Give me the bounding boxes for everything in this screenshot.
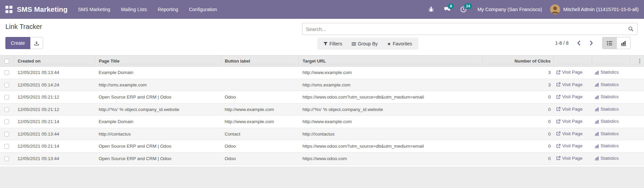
column-header-created-on[interactable]: Created on — [13, 55, 95, 67]
external-link-icon — [556, 107, 561, 111]
main-menu: SMS Marketing Mailing Lists Reporting Co… — [78, 7, 217, 12]
company-switcher[interactable]: My Company (San Francisco) — [477, 7, 542, 12]
cell-number-of-clicks: 0 — [482, 91, 553, 104]
row-checkbox[interactable] — [4, 132, 9, 137]
cell-page-title: http:///contactus — [95, 128, 221, 140]
avatar[interactable] — [550, 4, 560, 14]
column-header-visit-page — [553, 55, 592, 67]
column-header-button-label[interactable]: Button label — [221, 55, 298, 67]
cell-visit-page: Visit Page — [553, 67, 592, 79]
search-input[interactable] — [302, 23, 638, 35]
visit-page-link[interactable]: Visit Page — [556, 82, 583, 87]
row-checkbox[interactable] — [4, 119, 9, 124]
app-brand-title[interactable]: SMS Marketing — [17, 5, 68, 13]
statistics-link[interactable]: Statistics — [594, 131, 619, 136]
export-button[interactable] — [30, 37, 43, 49]
menu-mailing-lists[interactable]: Mailing Lists — [121, 7, 147, 12]
row-checkbox-cell — [0, 79, 13, 91]
visit-page-link[interactable]: Visit Page — [556, 131, 583, 136]
cell-target-url: http://www.example.com — [298, 116, 482, 128]
statistics-link[interactable]: Statistics — [594, 143, 619, 148]
cell-page-title: Open Source ERP and CRM | Odoo — [95, 152, 221, 165]
cell-created-on: 12/05/2021 05:13:44 — [13, 128, 95, 140]
column-header-number-of-clicks[interactable]: Number of Clicks — [482, 55, 553, 67]
statistics-link[interactable]: Statistics — [594, 70, 619, 75]
visit-page-link[interactable]: Visit Page — [556, 119, 583, 124]
cell-page-title: http://'%s' % object.company_id.website — [95, 103, 221, 116]
table-row[interactable]: 12/05/2021 05:21:14 Example Domain http:… — [0, 116, 644, 128]
group-by-bars-icon — [352, 42, 356, 46]
pager-range[interactable]: 1-8 / 8 — [555, 40, 569, 46]
menu-sms-marketing[interactable]: SMS Marketing — [78, 7, 110, 12]
row-checkbox[interactable] — [4, 144, 9, 149]
select-all-checkbox-cell — [0, 55, 13, 67]
favorites-button[interactable]: ★ Favorites — [387, 41, 412, 46]
menu-reporting[interactable]: Reporting — [158, 7, 178, 12]
column-header-target-url[interactable]: Target URL — [298, 55, 482, 67]
table-row[interactable]: 12/05/2021 05:13:44 http:///contactus Co… — [0, 128, 644, 140]
create-button[interactable]: Create — [5, 37, 30, 49]
table-row[interactable]: 12/05/2021 05:13:44 Example Domain http:… — [0, 67, 644, 79]
row-checkbox[interactable] — [4, 83, 9, 87]
apps-menu-icon[interactable] — [5, 6, 13, 13]
filters-button[interactable]: Filters — [323, 41, 342, 46]
graph-view-button[interactable] — [616, 37, 630, 49]
cell-target-url: https://www.odoo.com?utm_source=db&utm_m… — [298, 91, 482, 104]
visit-page-link[interactable]: Visit Page — [556, 107, 583, 112]
external-link-icon — [556, 144, 561, 148]
cell-number-of-clicks: 0 — [482, 140, 553, 153]
chevron-left-icon — [577, 40, 581, 46]
cell-target-url: http:///contactus — [298, 128, 482, 140]
table-row[interactable]: 12/05/2021 05:21:12 Open Source ERP and … — [0, 91, 644, 104]
pager-previous-button[interactable] — [577, 40, 581, 46]
column-header-statistics — [592, 55, 630, 67]
select-all-checkbox[interactable] — [4, 59, 9, 64]
statistics-link[interactable]: Statistics — [594, 119, 619, 124]
cell-statistics: Statistics — [592, 116, 630, 128]
list-view-button[interactable] — [603, 37, 616, 49]
cell-created-on: 12/05/2021 05:13:44 — [13, 67, 95, 79]
column-header-page-title[interactable]: Page Title — [95, 55, 221, 67]
statistics-link[interactable]: Statistics — [594, 107, 619, 112]
row-checkbox[interactable] — [4, 107, 9, 112]
column-options-toggle-icon[interactable]: ⋮ — [637, 58, 642, 64]
search-icon[interactable] — [628, 26, 634, 32]
user-menu[interactable]: Mitchell Admin (11415701-15-0-all) — [563, 7, 639, 12]
table-row[interactable]: 12/05/2021 05:21:12 http://'%s' % object… — [0, 103, 644, 116]
bar-chart-icon — [594, 70, 599, 75]
bar-chart-icon — [594, 82, 599, 87]
systray: 8 24 My Company (San Francisco) Mitchell… — [419, 4, 639, 14]
top-navbar: SMS Marketing SMS Marketing Mailing List… — [0, 0, 644, 19]
table-row[interactable]: 12/05/2021 05:21:14 Open Source ERP and … — [0, 140, 644, 153]
cell-button-label: Contact — [221, 128, 298, 140]
cell-target-url: http://www.example.com — [298, 67, 482, 79]
row-checkbox[interactable] — [4, 95, 9, 100]
visit-page-link[interactable]: Visit Page — [556, 70, 583, 75]
debug-bug-icon[interactable] — [427, 6, 435, 13]
row-checkbox[interactable] — [4, 70, 9, 75]
external-link-icon — [556, 131, 561, 136]
table-row[interactable]: 12/05/2021 05:13:44 Open Source ERP and … — [0, 152, 644, 165]
cell-button-label: Odoo — [221, 140, 298, 153]
menu-configuration[interactable]: Configuration — [189, 7, 217, 12]
bar-chart-icon — [594, 107, 599, 111]
messages-icon[interactable]: 8 — [444, 6, 451, 13]
pager-next-button[interactable] — [589, 40, 593, 46]
statistics-link[interactable]: Statistics — [594, 94, 619, 99]
visit-page-link[interactable]: Visit Page — [556, 143, 583, 148]
activities-clock-icon[interactable]: 24 — [460, 6, 467, 13]
table-row[interactable]: 12/05/2021 05:14:24 http://sms.example.c… — [0, 79, 644, 91]
statistics-link[interactable]: Statistics — [594, 82, 619, 87]
cell-filler — [630, 152, 644, 165]
group-by-button[interactable]: Group By — [352, 41, 378, 46]
cell-page-title: Open Source ERP and CRM | Odoo — [95, 140, 221, 153]
row-checkbox[interactable] — [4, 156, 9, 161]
cell-visit-page: Visit Page — [553, 79, 592, 91]
chevron-right-icon — [589, 40, 593, 46]
bar-chart-icon — [594, 95, 599, 99]
visit-page-link[interactable]: Visit Page — [556, 94, 583, 99]
activities-count-badge: 24 — [464, 3, 472, 9]
statistics-link[interactable]: Statistics — [594, 156, 619, 161]
visit-page-link[interactable]: Visit Page — [556, 156, 583, 161]
cell-statistics: Statistics — [592, 152, 630, 165]
